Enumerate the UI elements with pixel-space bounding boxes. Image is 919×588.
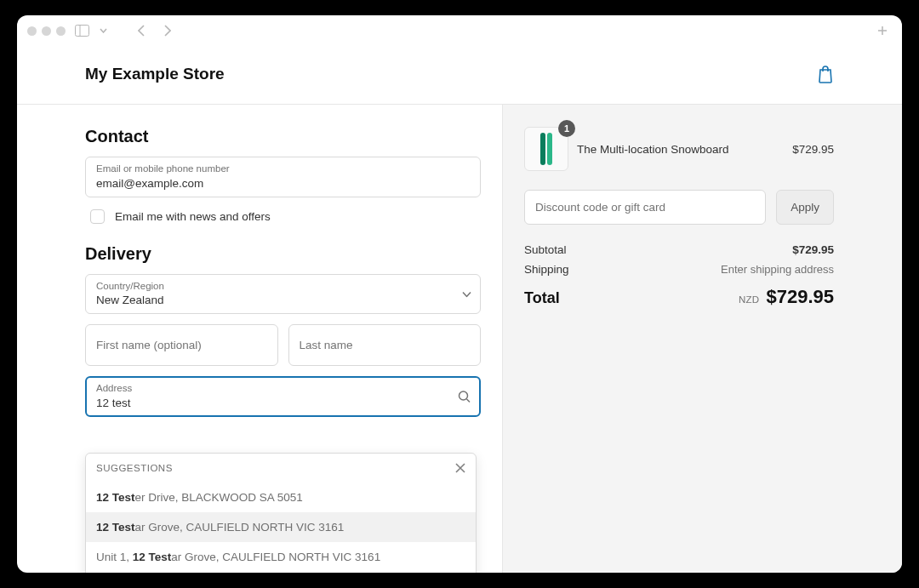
- email-label: Email or mobile phone number: [96, 163, 470, 175]
- currency-code: NZD: [739, 294, 760, 305]
- order-summary-panel: 1 The Multi-location Snowboard $729.95 A…: [503, 105, 902, 573]
- newsletter-row[interactable]: Email me with news and offers: [90, 209, 481, 224]
- shopping-bag-icon[interactable]: [817, 65, 834, 83]
- discount-row: Apply: [524, 190, 834, 225]
- plus-icon[interactable]: [873, 22, 892, 39]
- suggestion-item[interactable]: Unit 2, 12 Testar Grove, CAULFIELD NORTH…: [86, 572, 476, 573]
- subtotal-label: Subtotal: [524, 243, 792, 256]
- email-input[interactable]: [96, 176, 470, 191]
- suggestions-heading: SUGGESTIONS: [96, 463, 173, 473]
- close-icon[interactable]: [455, 463, 465, 473]
- address-input[interactable]: [96, 396, 470, 411]
- delivery-heading: Delivery: [85, 244, 481, 264]
- store-header: My Example Store: [17, 46, 902, 105]
- svg-line-3: [467, 399, 471, 402]
- country-select[interactable]: Country/Region New Zealand: [85, 274, 481, 314]
- window-minimize-dot[interactable]: [42, 26, 51, 36]
- sidebar-toggle-icon[interactable]: [72, 22, 91, 39]
- newsletter-label: Email me with news and offers: [115, 210, 271, 223]
- chevron-down-icon: [462, 291, 471, 297]
- checkout-form-panel: Contact Email or mobile phone number Ema…: [17, 105, 503, 573]
- first-name-field[interactable]: [85, 324, 278, 366]
- shipping-note: Enter shipping address: [721, 263, 834, 276]
- subtotal-value: $729.95: [792, 243, 834, 256]
- subtotal-row: Subtotal $729.95: [524, 243, 834, 256]
- email-field[interactable]: Email or mobile phone number: [85, 157, 481, 197]
- shipping-label: Shipping: [524, 263, 721, 276]
- suggestion-item[interactable]: 12 Tester Drive, BLACKWOOD SA 5051: [86, 482, 476, 512]
- country-value: New Zealand: [96, 293, 470, 308]
- suggestion-item[interactable]: 12 Testar Grove, CAULFIELD NORTH VIC 316…: [86, 512, 476, 542]
- nav-back-icon[interactable]: [132, 22, 151, 39]
- total-row: Total NZD $729.95: [524, 286, 834, 308]
- svg-point-2: [460, 391, 468, 400]
- last-name-field[interactable]: [288, 324, 482, 366]
- search-icon: [458, 391, 471, 403]
- checkout-content: Contact Email or mobile phone number Ema…: [17, 105, 902, 573]
- app-window: My Example Store Contact Email or mobile…: [17, 15, 902, 573]
- address-field[interactable]: Address: [85, 376, 481, 417]
- suggestion-item[interactable]: Unit 1, 12 Testar Grove, CAULFIELD NORTH…: [86, 542, 476, 572]
- total-amount: $729.95: [766, 286, 834, 308]
- country-label: Country/Region: [96, 281, 470, 293]
- product-price: $729.95: [792, 143, 834, 156]
- chevron-down-icon[interactable]: [98, 22, 108, 39]
- window-maximize-dot[interactable]: [56, 26, 66, 36]
- apply-button[interactable]: Apply: [776, 190, 834, 225]
- newsletter-checkbox[interactable]: [90, 209, 105, 224]
- total-label: Total: [524, 289, 739, 307]
- quantity-badge: 1: [558, 120, 575, 137]
- contact-heading: Contact: [85, 127, 481, 146]
- store-title: My Example Store: [85, 65, 225, 83]
- address-label: Address: [96, 383, 470, 395]
- window-titlebar: [17, 15, 902, 46]
- product-thumbnail-wrap: 1: [524, 127, 568, 171]
- shipping-row: Shipping Enter shipping address: [524, 263, 834, 276]
- nav-forward-icon[interactable]: [157, 22, 176, 39]
- discount-input[interactable]: [524, 190, 766, 225]
- product-name: The Multi-location Snowboard: [577, 143, 784, 156]
- window-close-dot[interactable]: [27, 26, 37, 36]
- window-traffic-lights: [27, 26, 66, 36]
- suggestions-header: SUGGESTIONS: [86, 454, 476, 482]
- first-name-input[interactable]: [96, 338, 267, 353]
- last-name-input[interactable]: [300, 338, 471, 353]
- cart-line-item: 1 The Multi-location Snowboard $729.95: [524, 127, 834, 171]
- svg-rect-0: [75, 26, 88, 37]
- address-suggestions-dropdown: SUGGESTIONS 12 Tester Drive, BLACKWOOD S…: [85, 453, 477, 573]
